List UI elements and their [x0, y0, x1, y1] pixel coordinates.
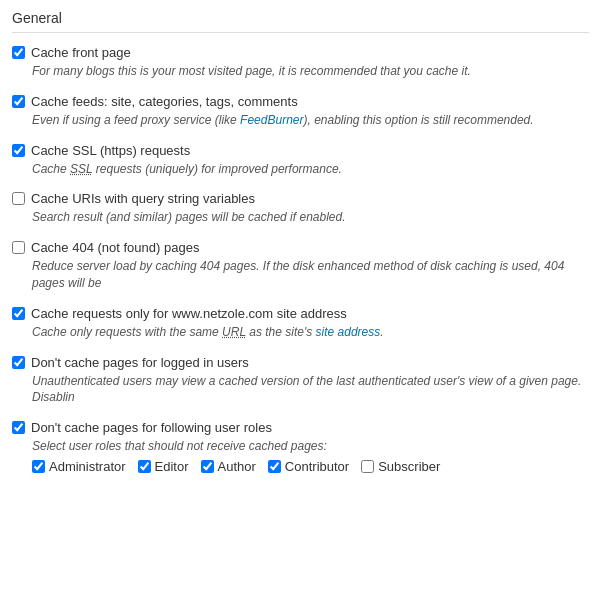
section-title: General — [12, 10, 589, 26]
cache-404-checkbox[interactable] — [12, 241, 25, 254]
dont-cache-roles-checkbox[interactable] — [12, 421, 25, 434]
option-cache-404: Cache 404 (not found) pages Reduce serve… — [12, 240, 589, 292]
cache-front-page-checkbox[interactable] — [12, 46, 25, 59]
ssl-underline: SSL — [70, 162, 92, 176]
cache-front-page-label[interactable]: Cache front page — [31, 45, 131, 60]
role-editor-label[interactable]: Editor — [155, 459, 189, 474]
cache-feeds-label[interactable]: Cache feeds: site, categories, tags, com… — [31, 94, 298, 109]
option-cache-front-page: Cache front page For many blogs this is … — [12, 45, 589, 80]
dont-cache-roles-label[interactable]: Don't cache pages for following user rol… — [31, 420, 272, 435]
role-subscriber-checkbox[interactable] — [361, 460, 374, 473]
dont-cache-logged-in-checkbox[interactable] — [12, 356, 25, 369]
cache-404-desc: Reduce server load by caching 404 pages.… — [12, 258, 589, 292]
cache-ssl-desc-after: requests (uniquely) for improved perform… — [93, 162, 342, 176]
option-dont-cache-roles: Don't cache pages for following user rol… — [12, 420, 589, 474]
option-dont-cache-logged-in: Don't cache pages for logged in users Un… — [12, 355, 589, 407]
role-item-author: Author — [201, 459, 256, 474]
cache-requests-site-desc-before: Cache only requests with the same — [32, 325, 222, 339]
cache-ssl-checkbox[interactable] — [12, 144, 25, 157]
dont-cache-roles-desc: Select user roles that should not receiv… — [12, 438, 589, 455]
dont-cache-logged-in-desc: Unauthenticated users may view a cached … — [12, 373, 589, 407]
role-contributor-label[interactable]: Contributor — [285, 459, 349, 474]
role-contributor-checkbox[interactable] — [268, 460, 281, 473]
option-cache-requests-site: Cache requests only for www.netzole.com … — [12, 306, 589, 341]
feedburner-link[interactable]: FeedBurner — [240, 113, 303, 127]
site-address-link[interactable]: site address — [316, 325, 381, 339]
role-administrator-checkbox[interactable] — [32, 460, 45, 473]
role-item-subscriber: Subscriber — [361, 459, 440, 474]
cache-feeds-desc-before: Even if using a feed proxy service (like — [32, 113, 240, 127]
cache-uris-label[interactable]: Cache URIs with query string variables — [31, 191, 255, 206]
role-item-editor: Editor — [138, 459, 189, 474]
cache-front-page-desc: For many blogs this is your most visited… — [12, 63, 589, 80]
role-item-contributor: Contributor — [268, 459, 349, 474]
cache-requests-site-desc: Cache only requests with the same URL as… — [12, 324, 589, 341]
cache-ssl-label[interactable]: Cache SSL (https) requests — [31, 143, 190, 158]
roles-row: Administrator Editor Author Contributor … — [12, 459, 589, 474]
cache-ssl-desc-before: Cache — [32, 162, 70, 176]
url-underline: URL — [222, 325, 246, 339]
cache-uris-desc: Search result (and similar) pages will b… — [12, 209, 589, 226]
role-editor-checkbox[interactable] — [138, 460, 151, 473]
cache-uris-checkbox[interactable] — [12, 192, 25, 205]
cache-feeds-checkbox[interactable] — [12, 95, 25, 108]
role-administrator-label[interactable]: Administrator — [49, 459, 126, 474]
cache-requests-site-label[interactable]: Cache requests only for www.netzole.com … — [31, 306, 347, 321]
dont-cache-logged-in-label[interactable]: Don't cache pages for logged in users — [31, 355, 249, 370]
role-item-administrator: Administrator — [32, 459, 126, 474]
option-cache-ssl: Cache SSL (https) requests Cache SSL req… — [12, 143, 589, 178]
cache-ssl-desc: Cache SSL requests (uniquely) for improv… — [12, 161, 589, 178]
cache-404-label[interactable]: Cache 404 (not found) pages — [31, 240, 199, 255]
role-author-label[interactable]: Author — [218, 459, 256, 474]
option-cache-feeds: Cache feeds: site, categories, tags, com… — [12, 94, 589, 129]
option-cache-uris: Cache URIs with query string variables S… — [12, 191, 589, 226]
cache-requests-site-checkbox[interactable] — [12, 307, 25, 320]
cache-requests-site-as-text: as the site's — [246, 325, 316, 339]
role-author-checkbox[interactable] — [201, 460, 214, 473]
cache-requests-site-desc-after: . — [380, 325, 383, 339]
role-subscriber-label[interactable]: Subscriber — [378, 459, 440, 474]
section-divider — [12, 32, 589, 33]
cache-feeds-desc: Even if using a feed proxy service (like… — [12, 112, 589, 129]
cache-feeds-desc-after: ), enabling this option is still recomme… — [303, 113, 533, 127]
